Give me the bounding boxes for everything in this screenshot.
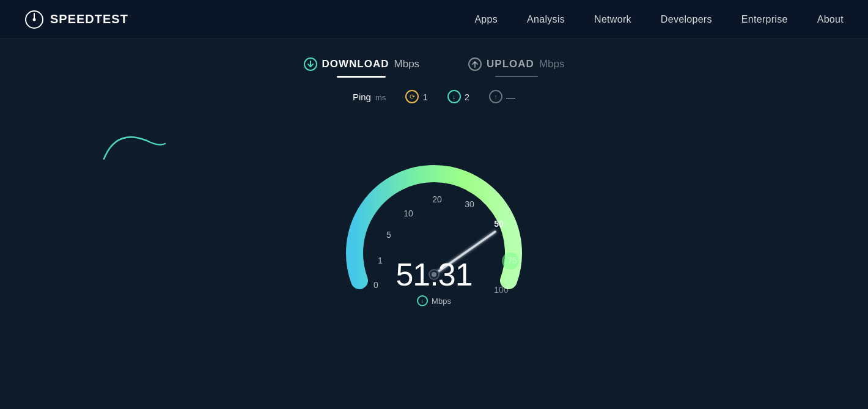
nav-about[interactable]: About xyxy=(817,14,844,24)
svg-text:5: 5 xyxy=(386,230,391,240)
speed-unit-label: Mbps xyxy=(432,297,451,306)
ping-row: Ping ms ⟳ 1 ↓ 2 ↑ — xyxy=(353,90,515,103)
nav-analysis[interactable]: Analysis xyxy=(527,14,565,24)
speedtest-logo-icon xyxy=(24,10,44,29)
svg-text:50: 50 xyxy=(494,219,504,229)
svg-text:30: 30 xyxy=(465,199,474,209)
svg-text:20: 20 xyxy=(432,194,442,204)
download-label: DOWNLOAD xyxy=(322,58,389,70)
logo[interactable]: SPEEDTEST xyxy=(24,10,128,29)
logo-text: SPEEDTEST xyxy=(50,12,128,26)
svg-text:10: 10 xyxy=(403,208,413,218)
ping-jitter: ⟳ 1 xyxy=(405,90,427,103)
upload-unit: Mbps xyxy=(539,58,565,70)
download-tab[interactable]: DOWNLOAD Mbps xyxy=(304,57,420,78)
ping-upload: ↑ — xyxy=(489,90,515,103)
nav-apps[interactable]: Apps xyxy=(474,14,498,24)
download-icon xyxy=(304,57,317,71)
svg-text:75: 75 xyxy=(507,256,517,265)
ping-label: Ping ms xyxy=(353,92,386,102)
download-unit: Mbps xyxy=(394,58,420,70)
ping-download: ↓ 2 xyxy=(447,90,469,103)
speed-unit-row: ↓ Mbps xyxy=(417,295,451,306)
svg-point-1 xyxy=(33,18,36,21)
speed-value: 51.31 xyxy=(395,256,472,293)
nav-developers[interactable]: Developers xyxy=(661,14,712,24)
svg-text:0: 0 xyxy=(373,280,378,290)
nav-network[interactable]: Network xyxy=(594,14,631,24)
ping-download-icon: ↓ xyxy=(447,90,461,103)
ping-upload-icon: ↑ xyxy=(489,90,502,103)
ping-download-value: 2 xyxy=(465,92,469,102)
svg-text:100: 100 xyxy=(494,285,509,295)
nav-enterprise[interactable]: Enterprise xyxy=(741,14,788,24)
svg-text:1: 1 xyxy=(378,256,383,265)
nav-links: Apps Analysis Network Developers Enterpr… xyxy=(474,14,844,25)
jitter-icon: ⟳ xyxy=(405,90,419,103)
mbps-download-icon: ↓ xyxy=(417,295,428,306)
upload-underline xyxy=(495,76,538,77)
ping-upload-value: — xyxy=(506,92,515,102)
main-content: DOWNLOAD Mbps UPLOAD Mbps Ping ms xyxy=(0,39,868,311)
speed-tabs: DOWNLOAD Mbps UPLOAD Mbps xyxy=(304,57,565,78)
upload-tab[interactable]: UPLOAD Mbps xyxy=(468,57,564,77)
upload-icon xyxy=(468,57,482,71)
navbar: SPEEDTEST Apps Analysis Network Develope… xyxy=(0,0,868,39)
jitter-value: 1 xyxy=(422,92,427,102)
upload-label: UPLOAD xyxy=(487,58,534,70)
speedometer: 0 1 5 10 20 30 50 75 100 xyxy=(318,109,550,311)
download-underline xyxy=(337,76,386,78)
